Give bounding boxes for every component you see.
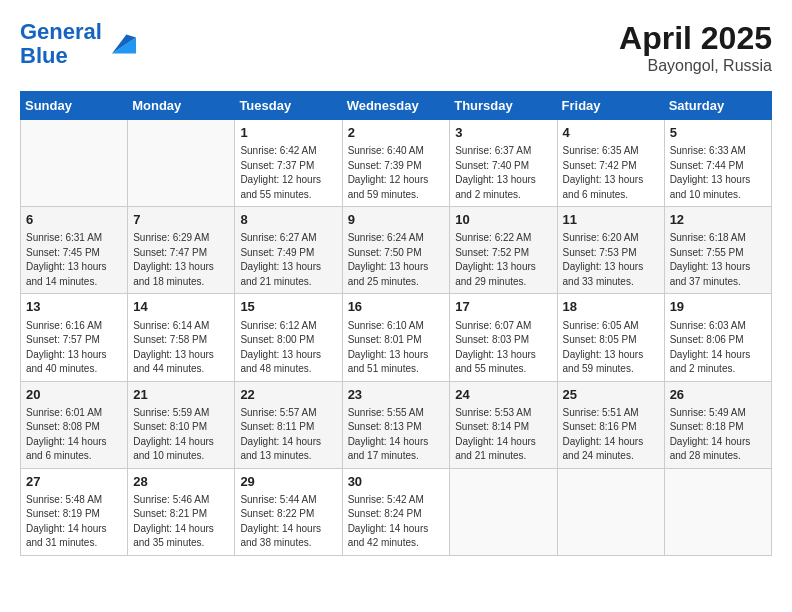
day-info: Sunrise: 6:33 AM Sunset: 7:44 PM Dayligh… — [670, 144, 766, 202]
day-number: 30 — [348, 473, 445, 491]
day-info: Sunrise: 6:31 AM Sunset: 7:45 PM Dayligh… — [26, 231, 122, 289]
calendar-day-cell: 29Sunrise: 5:44 AM Sunset: 8:22 PM Dayli… — [235, 468, 342, 555]
calendar-day-cell: 5Sunrise: 6:33 AM Sunset: 7:44 PM Daylig… — [664, 120, 771, 207]
day-number: 3 — [455, 124, 551, 142]
calendar-table: SundayMondayTuesdayWednesdayThursdayFrid… — [20, 91, 772, 556]
day-info: Sunrise: 6:40 AM Sunset: 7:39 PM Dayligh… — [348, 144, 445, 202]
day-info: Sunrise: 5:46 AM Sunset: 8:21 PM Dayligh… — [133, 493, 229, 551]
day-info: Sunrise: 6:18 AM Sunset: 7:55 PM Dayligh… — [670, 231, 766, 289]
day-number: 8 — [240, 211, 336, 229]
day-info: Sunrise: 5:48 AM Sunset: 8:19 PM Dayligh… — [26, 493, 122, 551]
calendar-day-cell: 7Sunrise: 6:29 AM Sunset: 7:47 PM Daylig… — [128, 207, 235, 294]
day-number: 25 — [563, 386, 659, 404]
calendar-day-cell: 17Sunrise: 6:07 AM Sunset: 8:03 PM Dayli… — [450, 294, 557, 381]
location-title: Bayongol, Russia — [619, 57, 772, 75]
day-number: 23 — [348, 386, 445, 404]
day-info: Sunrise: 6:22 AM Sunset: 7:52 PM Dayligh… — [455, 231, 551, 289]
calendar-day-cell: 27Sunrise: 5:48 AM Sunset: 8:19 PM Dayli… — [21, 468, 128, 555]
calendar-day-cell: 23Sunrise: 5:55 AM Sunset: 8:13 PM Dayli… — [342, 381, 450, 468]
day-info: Sunrise: 6:01 AM Sunset: 8:08 PM Dayligh… — [26, 406, 122, 464]
calendar-day-cell: 21Sunrise: 5:59 AM Sunset: 8:10 PM Dayli… — [128, 381, 235, 468]
logo: GeneralBlue — [20, 20, 136, 68]
logo-icon — [104, 30, 136, 58]
day-info: Sunrise: 6:10 AM Sunset: 8:01 PM Dayligh… — [348, 319, 445, 377]
day-number: 15 — [240, 298, 336, 316]
day-number: 4 — [563, 124, 659, 142]
calendar-day-cell: 15Sunrise: 6:12 AM Sunset: 8:00 PM Dayli… — [235, 294, 342, 381]
day-info: Sunrise: 5:53 AM Sunset: 8:14 PM Dayligh… — [455, 406, 551, 464]
day-number: 1 — [240, 124, 336, 142]
calendar-week-row: 13Sunrise: 6:16 AM Sunset: 7:57 PM Dayli… — [21, 294, 772, 381]
calendar-day-cell — [450, 468, 557, 555]
calendar-day-cell — [128, 120, 235, 207]
day-info: Sunrise: 5:49 AM Sunset: 8:18 PM Dayligh… — [670, 406, 766, 464]
day-number: 22 — [240, 386, 336, 404]
day-number: 16 — [348, 298, 445, 316]
day-of-week-header: Thursday — [450, 92, 557, 120]
day-number: 20 — [26, 386, 122, 404]
day-number: 18 — [563, 298, 659, 316]
day-number: 9 — [348, 211, 445, 229]
calendar-day-cell — [557, 468, 664, 555]
calendar-day-cell: 16Sunrise: 6:10 AM Sunset: 8:01 PM Dayli… — [342, 294, 450, 381]
day-number: 17 — [455, 298, 551, 316]
day-info: Sunrise: 5:42 AM Sunset: 8:24 PM Dayligh… — [348, 493, 445, 551]
day-number: 27 — [26, 473, 122, 491]
day-number: 2 — [348, 124, 445, 142]
day-info: Sunrise: 5:55 AM Sunset: 8:13 PM Dayligh… — [348, 406, 445, 464]
month-title: April 2025 — [619, 20, 772, 57]
day-info: Sunrise: 5:51 AM Sunset: 8:16 PM Dayligh… — [563, 406, 659, 464]
calendar-day-cell — [664, 468, 771, 555]
calendar-day-cell: 13Sunrise: 6:16 AM Sunset: 7:57 PM Dayli… — [21, 294, 128, 381]
calendar-week-row: 20Sunrise: 6:01 AM Sunset: 8:08 PM Dayli… — [21, 381, 772, 468]
day-info: Sunrise: 6:29 AM Sunset: 7:47 PM Dayligh… — [133, 231, 229, 289]
calendar-week-row: 27Sunrise: 5:48 AM Sunset: 8:19 PM Dayli… — [21, 468, 772, 555]
day-number: 26 — [670, 386, 766, 404]
day-of-week-header: Friday — [557, 92, 664, 120]
calendar-day-cell: 11Sunrise: 6:20 AM Sunset: 7:53 PM Dayli… — [557, 207, 664, 294]
calendar-day-cell: 10Sunrise: 6:22 AM Sunset: 7:52 PM Dayli… — [450, 207, 557, 294]
calendar-day-cell: 6Sunrise: 6:31 AM Sunset: 7:45 PM Daylig… — [21, 207, 128, 294]
day-number: 21 — [133, 386, 229, 404]
day-info: Sunrise: 6:07 AM Sunset: 8:03 PM Dayligh… — [455, 319, 551, 377]
day-info: Sunrise: 6:20 AM Sunset: 7:53 PM Dayligh… — [563, 231, 659, 289]
day-of-week-header: Monday — [128, 92, 235, 120]
day-number: 10 — [455, 211, 551, 229]
day-info: Sunrise: 6:16 AM Sunset: 7:57 PM Dayligh… — [26, 319, 122, 377]
day-info: Sunrise: 6:24 AM Sunset: 7:50 PM Dayligh… — [348, 231, 445, 289]
day-number: 12 — [670, 211, 766, 229]
day-info: Sunrise: 5:57 AM Sunset: 8:11 PM Dayligh… — [240, 406, 336, 464]
calendar-day-cell: 14Sunrise: 6:14 AM Sunset: 7:58 PM Dayli… — [128, 294, 235, 381]
calendar-day-cell: 24Sunrise: 5:53 AM Sunset: 8:14 PM Dayli… — [450, 381, 557, 468]
day-info: Sunrise: 6:35 AM Sunset: 7:42 PM Dayligh… — [563, 144, 659, 202]
calendar-day-cell: 2Sunrise: 6:40 AM Sunset: 7:39 PM Daylig… — [342, 120, 450, 207]
calendar-day-cell: 22Sunrise: 5:57 AM Sunset: 8:11 PM Dayli… — [235, 381, 342, 468]
day-info: Sunrise: 6:42 AM Sunset: 7:37 PM Dayligh… — [240, 144, 336, 202]
day-number: 14 — [133, 298, 229, 316]
calendar-week-row: 6Sunrise: 6:31 AM Sunset: 7:45 PM Daylig… — [21, 207, 772, 294]
calendar-day-cell: 18Sunrise: 6:05 AM Sunset: 8:05 PM Dayli… — [557, 294, 664, 381]
calendar-day-cell: 12Sunrise: 6:18 AM Sunset: 7:55 PM Dayli… — [664, 207, 771, 294]
calendar-week-row: 1Sunrise: 6:42 AM Sunset: 7:37 PM Daylig… — [21, 120, 772, 207]
calendar-day-cell: 9Sunrise: 6:24 AM Sunset: 7:50 PM Daylig… — [342, 207, 450, 294]
calendar-day-cell: 25Sunrise: 5:51 AM Sunset: 8:16 PM Dayli… — [557, 381, 664, 468]
calendar-day-cell: 19Sunrise: 6:03 AM Sunset: 8:06 PM Dayli… — [664, 294, 771, 381]
day-info: Sunrise: 6:12 AM Sunset: 8:00 PM Dayligh… — [240, 319, 336, 377]
logo-text: GeneralBlue — [20, 20, 102, 68]
calendar-day-cell: 1Sunrise: 6:42 AM Sunset: 7:37 PM Daylig… — [235, 120, 342, 207]
day-number: 11 — [563, 211, 659, 229]
calendar-header-row: SundayMondayTuesdayWednesdayThursdayFrid… — [21, 92, 772, 120]
day-info: Sunrise: 5:44 AM Sunset: 8:22 PM Dayligh… — [240, 493, 336, 551]
calendar-day-cell: 4Sunrise: 6:35 AM Sunset: 7:42 PM Daylig… — [557, 120, 664, 207]
day-info: Sunrise: 6:05 AM Sunset: 8:05 PM Dayligh… — [563, 319, 659, 377]
day-number: 19 — [670, 298, 766, 316]
title-block: April 2025 Bayongol, Russia — [619, 20, 772, 75]
day-number: 28 — [133, 473, 229, 491]
day-info: Sunrise: 6:14 AM Sunset: 7:58 PM Dayligh… — [133, 319, 229, 377]
day-info: Sunrise: 6:27 AM Sunset: 7:49 PM Dayligh… — [240, 231, 336, 289]
calendar-day-cell: 20Sunrise: 6:01 AM Sunset: 8:08 PM Dayli… — [21, 381, 128, 468]
calendar-day-cell: 30Sunrise: 5:42 AM Sunset: 8:24 PM Dayli… — [342, 468, 450, 555]
day-of-week-header: Sunday — [21, 92, 128, 120]
day-number: 24 — [455, 386, 551, 404]
calendar-day-cell: 8Sunrise: 6:27 AM Sunset: 7:49 PM Daylig… — [235, 207, 342, 294]
